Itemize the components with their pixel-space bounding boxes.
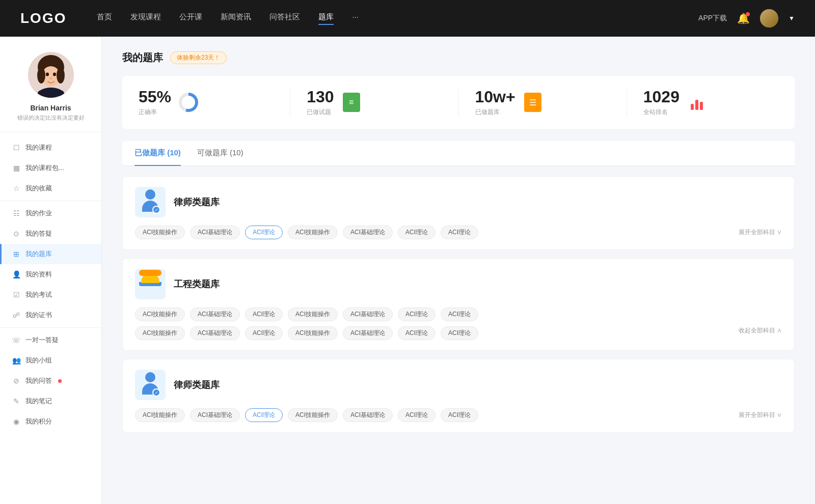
sidebar-profile: Brian Harris 错误的决定比没有决定要好 [0,52,101,132]
sidebar-username: Brian Harris [30,104,71,112]
tabs-row: 已做题库 (10) 可做题库 (10) [122,141,795,166]
sidebar-item-one-on-one[interactable]: ☏ 一对一答疑 [0,330,101,350]
tag-item[interactable]: ACI理论 [398,307,436,321]
tag-item[interactable]: ACI理论 [398,408,436,422]
page-wrapper: Brian Harris 错误的决定比没有决定要好 ☐ 我的课程 ▦ 我的课程包… [0,37,815,504]
sidebar-item-course-package[interactable]: ▦ 我的课程包... [0,158,101,178]
expand-link-2[interactable]: 收起全部科目 ∧ [739,326,782,340]
bar-icon: ▦ [12,164,20,172]
sidebar-item-profile[interactable]: 👤 我的资料 [0,264,101,285]
sidebar-item-favorites[interactable]: ☆ 我的收藏 [0,178,101,199]
nav-item-home[interactable]: 首页 [97,12,112,25]
person-badge-icon-1: ✓ [140,189,160,215]
dropdown-icon[interactable]: ▼ [789,15,795,22]
category-2-tags-row2: ACI技能操作 ACI基础理论 ACI理论 ACI技能操作 ACI基础理论 AC… [135,326,782,340]
tag-item[interactable]: ACI理论 [441,408,478,422]
stat-ranking: 1029 全站排名 [627,88,795,117]
tag-item[interactable]: ACI理论 [245,307,283,321]
person-badge-icon-3: ✓ [140,372,160,398]
accuracy-pie-icon [178,92,199,113]
sidebar-item-answer[interactable]: ⊙ 我的答疑 [0,223,101,244]
tag-item[interactable]: ACI基础理论 [343,408,393,422]
expand-link-1[interactable]: 展开全部科目 ∨ [739,228,782,237]
tag-item-active[interactable]: ACI理论 [245,408,283,422]
stat-done-questions-text: 130 已做试题 [307,88,334,117]
file2-icon: ☑ [12,291,20,299]
tag-item[interactable]: ACI技能操作 [288,226,338,239]
tag-item[interactable]: ACI理论 [245,326,283,340]
tab-available-banks[interactable]: 可做题库 (10) [197,141,243,166]
category-2-header: 工程类题库 [135,269,782,299]
nav-item-discover[interactable]: 发现课程 [130,12,161,25]
stats-row: 55% 正确率 130 已做试题 10w+ [122,76,795,129]
tag-item[interactable]: ACI基础理论 [343,326,393,340]
svg-point-7 [53,73,56,76]
nav-item-news[interactable]: 新闻资讯 [221,12,251,25]
chat-icon: ☏ [12,336,20,344]
tag-item[interactable]: ACI基础理论 [343,226,393,239]
doc-green-shape [343,93,360,112]
tag-item[interactable]: ACI技能操作 [135,326,185,340]
tag-item[interactable]: ACI理论 [398,226,436,239]
tag-item-active[interactable]: ACI理论 [245,226,283,239]
points-icon: ◉ [12,417,20,426]
notification-bell[interactable]: 🔔 [737,12,750,24]
category-2-tags-row1: ACI技能操作 ACI基础理论 ACI理论 ACI技能操作 ACI基础理论 AC… [135,307,782,321]
sidebar-item-question-bank[interactable]: ⊞ 我的题库 [0,244,101,264]
nav-item-question-bank[interactable]: 题库 [318,12,334,25]
stat-done-banks-text: 10w+ 已做题库 [475,88,515,117]
tag-item[interactable]: ACI理论 [441,326,478,340]
category-3-tags: ACI技能操作 ACI基础理论 ACI理论 ACI技能操作 ACI基础理论 AC… [135,408,782,422]
tag-item[interactable]: ACI理论 [441,307,478,321]
stat-done-banks-label: 已做题库 [475,108,515,117]
avatar-image [760,9,778,27]
tag-item[interactable]: ACI技能操作 [135,307,185,321]
nav-item-qa[interactable]: 问答社区 [269,12,300,25]
sidebar-item-points[interactable]: ◉ 我的积分 [0,411,101,432]
tag-item[interactable]: ACI技能操作 [288,408,338,422]
qa-dot [58,379,62,383]
tag-item[interactable]: ACI基础理论 [343,307,393,321]
sidebar-item-my-course[interactable]: ☐ 我的课程 [0,137,101,158]
category-2-icon [135,269,166,299]
tag-item[interactable]: ACI基础理论 [190,307,240,321]
tag-item[interactable]: ACI基础理论 [190,226,240,239]
tag-item[interactable]: ACI技能操作 [135,408,185,422]
category-1-tags: ACI技能操作 ACI基础理论 ACI理论 ACI技能操作 ACI基础理论 AC… [135,226,782,239]
tag-item[interactable]: ACI基础理论 [190,326,240,340]
category-1-header: ✓ 律师类题库 [135,187,782,217]
tab-done-banks[interactable]: 已做题库 (10) [134,141,181,166]
tag-item[interactable]: ACI技能操作 [288,326,338,340]
category-card-3: ✓ 律师类题库 ACI技能操作 ACI基础理论 ACI理论 ACI技能操作 AC… [122,359,795,433]
tag-item[interactable]: ACI基础理论 [190,408,240,422]
expand-link-3[interactable]: 展开全部科目 ∨ [739,411,782,419]
page-title-row: 我的题库 体验剩余23天！ [122,51,795,65]
sidebar-motto: 错误的决定比没有决定要好 [12,114,90,122]
sidebar: Brian Harris 错误的决定比没有决定要好 ☐ 我的课程 ▦ 我的课程包… [0,37,102,504]
star-icon: ☆ [12,184,20,192]
sidebar-item-certificate[interactable]: ☍ 我的证书 [0,305,101,325]
tag-item[interactable]: ACI理论 [398,326,436,340]
category-1-icon: ✓ [135,187,166,217]
app-download-link[interactable]: APP下载 [698,14,727,23]
page-title: 我的题库 [122,51,163,65]
sidebar-item-notes[interactable]: ✎ 我的笔记 [0,391,101,411]
tag-item[interactable]: ACI技能操作 [288,307,338,321]
sidebar-item-group[interactable]: 👥 我的小组 [0,350,101,371]
group-icon: 👥 [12,356,20,365]
nav-item-more[interactable]: ··· [352,12,359,25]
sidebar-item-homework[interactable]: ☷ 我的作业 [0,203,101,223]
tag-item[interactable]: ACI技能操作 [135,226,185,239]
nav-item-open-course[interactable]: 公开课 [179,12,202,25]
svg-point-6 [46,73,49,76]
category-card-1: ✓ 律师类题库 ACI技能操作 ACI基础理论 ACI理论 ACI技能操作 AC… [122,176,795,250]
helmet-icon [139,273,161,295]
tag-item[interactable]: ACI理论 [441,226,478,239]
sidebar-item-my-qa[interactable]: ⊘ 我的问答 [0,371,101,391]
sidebar-item-exam[interactable]: ☑ 我的考试 [0,285,101,305]
file-icon: ☐ [12,144,20,152]
user-avatar[interactable] [760,9,778,27]
qa-icon: ⊘ [12,377,20,385]
stat-done-banks-value: 10w+ [475,88,515,106]
pie-chart [179,93,198,112]
